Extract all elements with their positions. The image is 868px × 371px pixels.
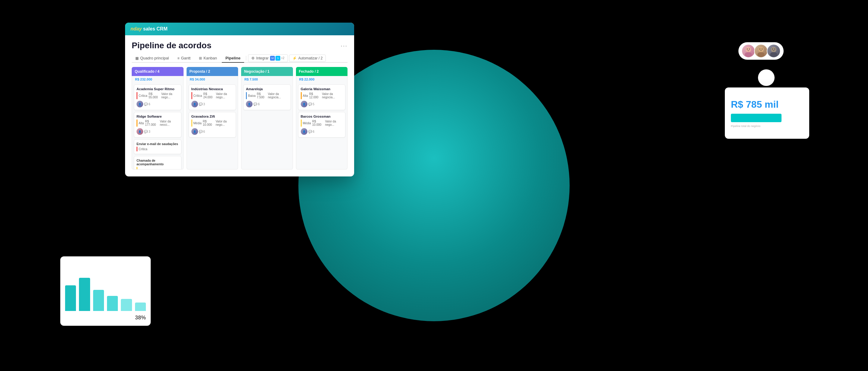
tab-kanban[interactable]: ⊞ Kanban (195, 54, 221, 63)
col-cards-negociacao: Amareloja Baixa R$ 7.500 Valor da negoci… (241, 83, 293, 170)
tab-integrate[interactable]: ⚙ Integrar M S +2 (248, 54, 288, 62)
avatar-female (741, 44, 755, 58)
svg-point-6 (760, 49, 761, 50)
deal-title: Amareloja (246, 87, 288, 91)
more-button[interactable]: ··· (341, 42, 347, 49)
priority-indicator (301, 92, 302, 99)
priority-indicator (136, 92, 137, 99)
tab-gantt[interactable]: ≡ Gantt (174, 54, 194, 63)
deal-card[interactable]: Indústrias Nevasca Crítica R$ 24.000 Val… (189, 84, 236, 110)
deal-value: R$ 10.000 (312, 120, 324, 126)
tab-quadro[interactable]: ▦ Quadro principal (132, 54, 173, 63)
task-priority-label: Crítica (138, 147, 147, 151)
deal-value-label: Valor da nego... (161, 92, 179, 99)
svg-point-1 (745, 52, 752, 57)
deal-count: 6 (149, 103, 150, 106)
deal-avatar: 👤 (246, 101, 253, 107)
col-amount-qualificado: R$ 232.000 (132, 76, 184, 83)
deal-row: Alta R$ 12.000 Valor da negocia... (301, 92, 343, 99)
deal-card[interactable]: Barcos Grossman Média R$ 10.000 Valor da… (298, 112, 346, 138)
bar-4 (107, 296, 118, 311)
svg-point-9 (770, 52, 777, 57)
deal-footer-left: 👤 💬 3 (191, 101, 205, 107)
task-priority (136, 147, 137, 151)
priority-indicator (246, 92, 247, 99)
deal-footer-left: 👤 💬 3 (136, 128, 150, 135)
deal-count: 3 (204, 103, 205, 106)
deal-card[interactable]: Gravadora Zift Média R$ 10.000 Valor da … (189, 112, 236, 138)
chart-widget: 38% (60, 256, 151, 326)
deal-card[interactable]: Amareloja Baixa R$ 7.500 Valor da negoci… (243, 84, 291, 110)
deal-value-label: Valor da negocia... (268, 92, 288, 99)
column-qualificado: Qualificado / 4 R$ 232.000 Academia Supe… (132, 67, 184, 170)
task-card-email[interactable]: Enviar e-mail de saudações Crítica (134, 139, 181, 154)
svg-point-5 (757, 52, 765, 57)
col-amount-proposta: R$ 34.000 (187, 76, 239, 83)
deal-row: Média R$ 10.000 Valor da nego... (191, 119, 234, 127)
deal-footer-left: 👤 💬 6 (301, 128, 315, 135)
tab-integrate-label: Integrar (256, 56, 269, 60)
task-card-call[interactable]: Chamada de acompanhamento (134, 156, 181, 170)
tab-bar: ▦ Quadro principal ≡ Gantt ⊞ Kanban Pipe… (132, 54, 347, 63)
deal-title: Gravadora Zift (191, 115, 234, 118)
col-header-fechado: Fechado / 2 (296, 67, 348, 76)
column-proposta: Proposta / 2 R$ 34.000 Indústrias Nevasc… (187, 67, 239, 170)
tab-kanban-label: Kanban (204, 56, 217, 60)
deal-card[interactable]: Academia Super Ritmo Crítica R$ 55.000 V… (134, 84, 181, 110)
svg-point-4 (758, 47, 764, 52)
bar-5 (121, 299, 132, 311)
col-cards-proposta: Indústrias Nevasca Crítica R$ 24.000 Val… (187, 83, 239, 170)
priority-indicator (191, 92, 192, 99)
deal-footer-left: 👤 💬 6 (246, 101, 260, 107)
col-cards-fechado: Galeria Waissman Alta R$ 12.000 Valor da… (296, 83, 348, 170)
deal-card[interactable]: Galeria Waissman Alta R$ 12.000 Valor da… (298, 84, 346, 110)
avatar-male2 (767, 44, 781, 58)
tab-automate[interactable]: ⚡ Automatizar / 2 (289, 55, 326, 62)
task-priority (136, 167, 137, 170)
priority-label: Crítica (138, 94, 147, 97)
automate-icon: ⚡ (292, 56, 297, 60)
deal-footer: 👤 💬 6 (246, 101, 288, 107)
stats-bar (731, 114, 781, 122)
deal-value: R$ 12.000 (309, 92, 321, 99)
crm-body: Pipeline de acordos ··· ▦ Quadro princip… (125, 35, 354, 176)
priority-label: Média (303, 121, 311, 125)
deal-value: R$ 55.000 (149, 92, 160, 99)
col-amount-negociacao: R$ 7.500 (241, 76, 293, 83)
deal-row: Crítica R$ 55.000 Valor da nego... (136, 92, 179, 99)
deal-count: 3 (149, 130, 150, 133)
deal-card[interactable]: Ridge Software Alta R$ 177.000 Valor da … (134, 112, 181, 138)
deal-avatar: 👤 (191, 101, 198, 107)
svg-point-3 (749, 49, 750, 50)
deal-title: Ridge Software (136, 115, 179, 118)
chat-icon: 💬 (253, 103, 257, 106)
page-title: Pipeline de acordos (132, 41, 212, 50)
bar-chart (65, 271, 146, 313)
app-icon-2: S (276, 56, 280, 61)
deal-count: 6 (258, 103, 260, 106)
tab-pipeline[interactable]: Pipeline (222, 54, 244, 63)
deal-avatar: 👤 (136, 101, 143, 107)
deal-footer: 👤 💬 3 (191, 101, 234, 107)
priority-indicator (301, 119, 302, 127)
avatar-pill (738, 42, 784, 60)
priority-label: Média (193, 121, 202, 125)
deal-footer: 👤 💬 5 (301, 101, 343, 107)
deal-avatar: 👤 (301, 128, 307, 135)
deal-value-label: Valor da nego... (325, 120, 343, 126)
deal-row: Média R$ 10.000 Valor da nego... (301, 119, 343, 127)
deal-value-label: Valor da negocia... (322, 92, 343, 99)
bar-6 (135, 303, 146, 311)
bar-1 (65, 285, 76, 311)
bar-3 (93, 290, 104, 311)
tab-divider (246, 56, 246, 61)
column-negociacao: Negociação / 1 R$ 7.500 Amareloja Baixa … (241, 67, 293, 170)
deal-footer-left: 👤 💬 5 (301, 101, 315, 107)
app-icon-1: M (270, 56, 275, 61)
deal-value: R$ 177.000 (145, 120, 158, 126)
col-amount-fechado: R$ 22.000 (296, 76, 348, 83)
col-header-proposta: Proposta / 2 (187, 67, 239, 76)
task-title: Chamada de acompanhamento (136, 159, 179, 166)
deal-value-label: Valor da neoci... (160, 120, 179, 126)
priority-label: Alta (138, 121, 144, 125)
